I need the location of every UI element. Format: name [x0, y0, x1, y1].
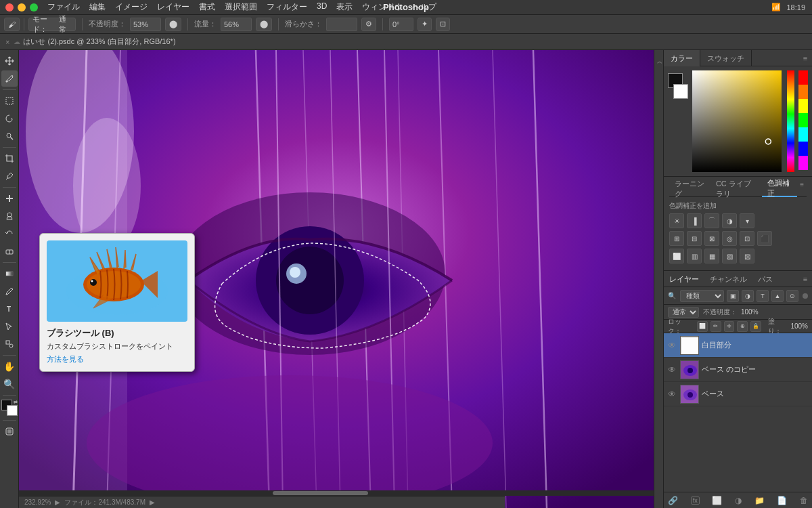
adj-threshold[interactable]: ▦: [704, 249, 719, 263]
menu-text[interactable]: 書式: [199, 1, 215, 13]
zoom-tool[interactable]: 🔍: [1, 376, 18, 392]
tab-learning[interactable]: ラーニング: [669, 181, 710, 197]
filter-adj-btn[interactable]: ◑: [742, 290, 754, 302]
adj-channel-mixer[interactable]: ⊡: [740, 231, 754, 246]
tab-color[interactable]: カラー: [664, 50, 700, 66]
color-spectrum[interactable]: [692, 70, 782, 172]
layer-mask-icon[interactable]: ⬜: [712, 496, 722, 505]
history-brush-tool[interactable]: [1, 226, 18, 242]
menu-select[interactable]: 選択範囲: [225, 1, 257, 13]
hue-slider[interactable]: [787, 70, 794, 172]
pen-tool[interactable]: [1, 283, 18, 299]
quick-mask-tool[interactable]: [1, 423, 18, 440]
gradient-tool[interactable]: [1, 266, 18, 282]
adj-posterize[interactable]: ▥: [687, 249, 702, 263]
lock-all-btn[interactable]: 🔒: [750, 321, 761, 332]
opacity-input[interactable]: [130, 18, 161, 31]
menu-window[interactable]: ウィンドウ: [362, 1, 403, 13]
adj-gradient-map[interactable]: ▧: [722, 249, 737, 263]
color-blue[interactable]: [798, 142, 808, 156]
lock-position-btn[interactable]: ✛: [724, 321, 735, 332]
delete-layer-icon[interactable]: 🗑: [800, 496, 808, 505]
swap-colors-icon[interactable]: ⇄: [14, 400, 18, 405]
flow-input[interactable]: [221, 18, 252, 31]
horizontal-scrollbar[interactable]: [19, 490, 654, 496]
smoothing-settings-btn[interactable]: ⚙: [361, 18, 376, 31]
adj-brightness[interactable]: ☀: [669, 213, 684, 228]
color-yellow[interactable]: [798, 99, 808, 113]
adj-exposure[interactable]: ◑: [722, 213, 737, 228]
color-orange[interactable]: [798, 85, 808, 99]
path-selection-tool[interactable]: [1, 318, 18, 335]
crop-tool[interactable]: [1, 150, 18, 167]
layer-visibility-btn[interactable]: 👁: [667, 365, 677, 375]
brush-tooltip-link[interactable]: 方法を見る: [47, 354, 187, 364]
background-swatch[interactable]: [673, 84, 688, 99]
color-magenta[interactable]: [798, 156, 808, 170]
fullscreen-button[interactable]: [30, 3, 38, 12]
marquee-tool[interactable]: [1, 93, 18, 109]
new-adj-icon[interactable]: ◑: [735, 496, 742, 505]
layer-fx-icon[interactable]: fx: [691, 496, 700, 505]
adj-selective-color[interactable]: ▨: [740, 249, 754, 263]
menu-view[interactable]: 表示: [336, 1, 353, 13]
tab-channels[interactable]: チャンネル: [704, 271, 752, 287]
tab-layers[interactable]: レイヤー: [664, 271, 704, 287]
adj-menu-btn[interactable]: ≡: [797, 181, 807, 196]
menu-filter[interactable]: フィルター: [267, 1, 307, 13]
scroll-thumb-horizontal[interactable]: [273, 491, 368, 495]
filter-shape-btn[interactable]: ▲: [771, 290, 784, 302]
layer-item[interactable]: 👁 白目部分: [664, 333, 812, 358]
color-picker[interactable]: ⇄: [1, 400, 18, 416]
adj-photo-filter[interactable]: ◎: [722, 231, 737, 246]
layer-visibility-btn[interactable]: 👁: [667, 389, 677, 399]
healing-tool[interactable]: [1, 190, 18, 207]
color-green[interactable]: [798, 113, 808, 127]
layers-menu-btn[interactable]: ≡: [798, 271, 812, 287]
color-cyan[interactable]: [798, 127, 808, 142]
flow-pressure-btn[interactable]: ⬤: [256, 18, 272, 31]
menu-3d[interactable]: 3D: [317, 1, 327, 13]
adj-color-balance[interactable]: ⊠: [704, 231, 719, 246]
menu-image[interactable]: イメージ: [115, 1, 148, 13]
lock-artboard-btn[interactable]: ⊕: [737, 321, 748, 332]
eyedropper-tool[interactable]: [1, 168, 18, 184]
opacity-pressure-btn[interactable]: ⬤: [165, 18, 181, 31]
menu-layer[interactable]: レイヤー: [157, 1, 189, 13]
lasso-tool[interactable]: [1, 110, 18, 127]
adj-vibrance[interactable]: ⊞: [669, 231, 684, 246]
menu-edit[interactable]: 編集: [89, 1, 106, 13]
lock-transparent-btn[interactable]: ⬜: [697, 321, 708, 332]
adj-curves[interactable]: ⌒: [704, 213, 719, 228]
hand-tool[interactable]: ✋: [1, 358, 18, 375]
filter-pixel-btn[interactable]: ▣: [727, 290, 739, 302]
color-panel-menu-btn[interactable]: ≡: [798, 50, 812, 66]
brush-tool[interactable]: [1, 70, 18, 87]
text-tool[interactable]: T: [1, 301, 18, 317]
new-group-icon[interactable]: 📁: [754, 496, 765, 505]
background-color[interactable]: [7, 405, 18, 416]
layer-item[interactable]: 👁 ベース: [664, 382, 812, 406]
menu-help[interactable]: ヘルプ: [412, 1, 436, 13]
adj-dropdown[interactable]: ▾: [740, 213, 754, 228]
move-tool[interactable]: [1, 53, 18, 69]
brush-preset-btn[interactable]: 🖌: [4, 18, 20, 31]
minimize-button[interactable]: [18, 3, 26, 12]
adj-hsl[interactable]: ⊟: [687, 231, 702, 246]
doc-close-btn[interactable]: ×: [5, 38, 9, 46]
blend-mode-select[interactable]: 通常: [668, 307, 699, 318]
tab-swatches[interactable]: スウォッチ: [700, 50, 752, 66]
shape-tool[interactable]: [1, 336, 18, 352]
tab-cc-libraries[interactable]: CC ライブラリ: [710, 181, 762, 197]
filter-text-btn[interactable]: T: [757, 290, 769, 302]
filter-smartobj-btn[interactable]: ⊙: [786, 290, 798, 302]
warp-btn[interactable]: ⊡: [436, 18, 450, 31]
canvas-area[interactable]: ブラシツール (B) カスタムブラシストロークをペイント 方法を見る 232.9…: [19, 50, 654, 508]
angle-input[interactable]: [389, 18, 413, 31]
layer-item[interactable]: 👁 ベース のコピー: [664, 358, 812, 382]
tab-paths[interactable]: パス: [752, 271, 778, 287]
layer-kind-filter[interactable]: 種類: [680, 290, 724, 302]
layer-link-icon[interactable]: 🔗: [668, 496, 678, 505]
symmetry-btn[interactable]: ✦: [418, 18, 432, 31]
close-button[interactable]: [5, 3, 14, 12]
